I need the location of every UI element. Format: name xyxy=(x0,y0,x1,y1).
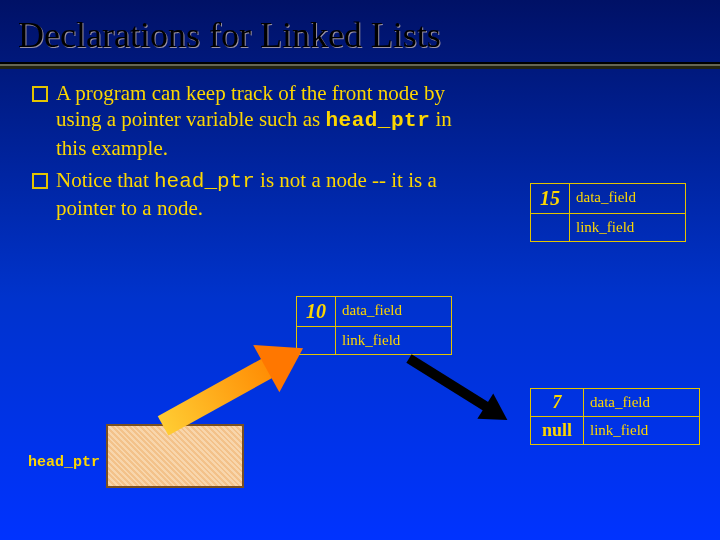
node-link-field-label: link_field xyxy=(569,214,686,242)
node-data-field-label: data_field xyxy=(569,183,686,214)
node-link-field-label: link_field xyxy=(335,327,452,355)
title-rule xyxy=(0,62,720,70)
node-7: 7 data_field null link_field xyxy=(530,388,700,445)
bullet-text: Notice that xyxy=(56,168,154,192)
node-value: 10 xyxy=(296,296,335,327)
bullet-1: A program can keep track of the front no… xyxy=(56,80,486,161)
node-link-value: null xyxy=(530,417,583,445)
node-link-value xyxy=(530,214,569,242)
node-link-field-label: link_field xyxy=(583,417,700,445)
bullet-square-icon xyxy=(32,86,48,102)
node-10: 10 data_field link_field xyxy=(296,296,452,355)
node-data-field-label: data_field xyxy=(583,388,700,417)
node-15: 15 data_field link_field xyxy=(530,183,686,242)
page-title: Declarations for Linked Lists xyxy=(0,0,720,62)
black-arrow-icon xyxy=(386,344,520,458)
bullet-list: A program can keep track of the front no… xyxy=(0,70,526,221)
head-ptr-label: head_ptr xyxy=(28,454,100,471)
node-value: 7 xyxy=(530,388,583,417)
bullet-square-icon xyxy=(32,173,48,189)
node-data-field-label: data_field xyxy=(335,296,452,327)
node-value: 15 xyxy=(530,183,569,214)
code-head-ptr: head_ptr xyxy=(154,170,255,193)
code-head-ptr: head_ptr xyxy=(325,109,430,132)
bullet-2: Notice that head_ptr is not a node -- it… xyxy=(56,167,486,222)
